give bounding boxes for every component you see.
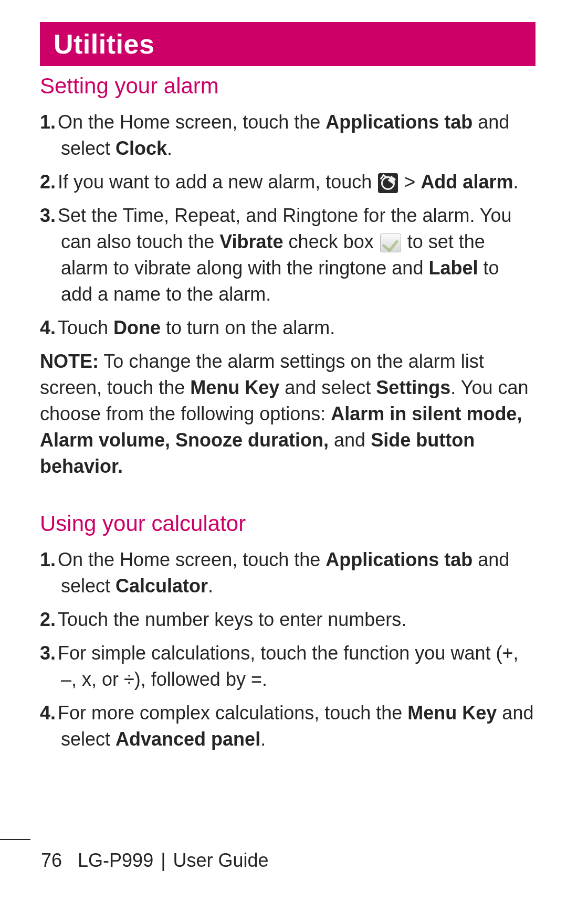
page-number: 76 xyxy=(41,849,62,871)
calc-step-3: 3.For simple calculations, touch the fun… xyxy=(40,640,536,693)
step-number: 3. xyxy=(40,203,58,229)
doc-title: User Guide xyxy=(173,849,269,871)
step-number: 4. xyxy=(40,700,58,726)
calc-step-4: 4.For more complex calculations, touch t… xyxy=(40,700,536,752)
calculator-steps-list: 1.On the Home screen, touch the Applicat… xyxy=(32,547,536,752)
footer-separator: | xyxy=(161,849,165,871)
page-footer: 76 LG-P999|User Guide xyxy=(0,849,567,872)
chapter-title-bar: Utilities xyxy=(40,22,536,66)
checkbox-icon xyxy=(380,233,401,252)
alarm-note: NOTE: To change the alarm settings on th… xyxy=(40,348,536,480)
manual-page: Utilities Setting your alarm 1.On the Ho… xyxy=(0,0,567,924)
step-number: 2. xyxy=(40,607,58,633)
alarm-steps-list: 1.On the Home screen, touch the Applicat… xyxy=(32,109,536,341)
step-number: 1. xyxy=(40,547,58,573)
step-number: 1. xyxy=(40,109,58,135)
step-number: 4. xyxy=(40,315,58,341)
device-model: LG-P999 xyxy=(78,849,153,871)
alarm-step-3: 3.Set the Time, Repeat, and Ringtone for… xyxy=(40,203,536,307)
calc-step-2: 2.Touch the number keys to enter numbers… xyxy=(40,607,536,633)
chapter-title: Utilities xyxy=(49,28,154,60)
alarm-step-2: 2.If you want to add a new alarm, touch … xyxy=(40,169,536,195)
calc-step-1: 1.On the Home screen, touch the Applicat… xyxy=(40,547,536,599)
footer-text: 76 LG-P999|User Guide xyxy=(41,849,269,871)
section-heading-alarm: Setting your alarm xyxy=(40,73,536,99)
section-heading-calculator: Using your calculator xyxy=(40,511,536,536)
alarm-step-1: 1.On the Home screen, touch the Applicat… xyxy=(40,109,536,162)
step-number: 2. xyxy=(40,169,58,195)
footer-rule xyxy=(0,839,30,840)
alarm-clock-icon xyxy=(378,173,398,193)
step-number: 3. xyxy=(40,640,58,666)
alarm-step-4: 4.Touch Done to turn on the alarm. xyxy=(40,315,536,341)
